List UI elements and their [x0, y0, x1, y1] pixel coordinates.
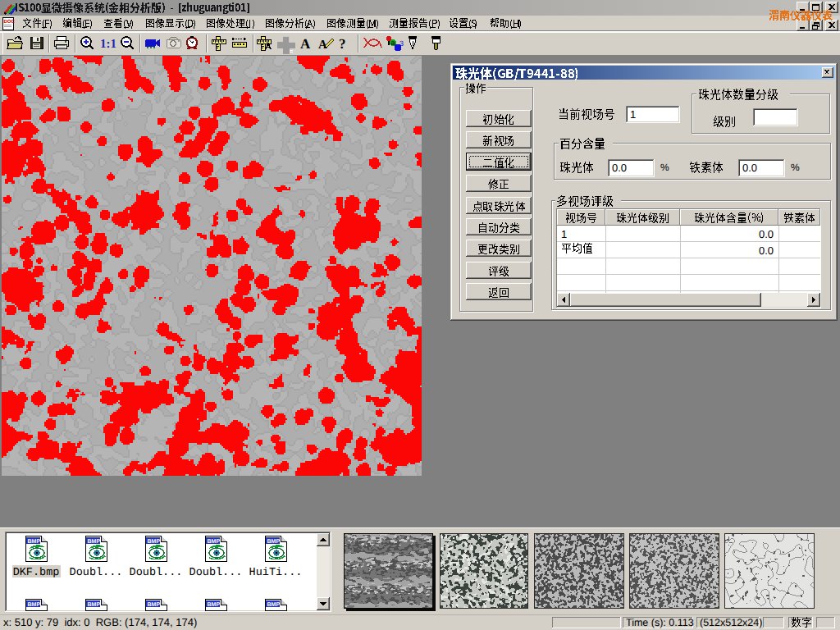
svg-text:BMP: BMP	[28, 539, 41, 545]
svg-text:0.0: 0.0	[612, 162, 627, 174]
svg-text:(512x512x24): (512x512x24)	[700, 617, 762, 628]
svg-text:BMP: BMP	[28, 602, 41, 608]
svg-text:Doubl...: Doubl...	[70, 567, 123, 579]
svg-text:HuiTi...: HuiTi...	[249, 567, 303, 579]
svg-text:3: 3	[399, 39, 404, 48]
svg-text:0.0: 0.0	[759, 244, 774, 257]
svg-text:Time (s): 0.113: Time (s): 0.113	[626, 617, 694, 628]
svg-text:?: ?	[339, 36, 346, 52]
svg-text:Doubl...: Doubl...	[130, 567, 183, 579]
svg-text:BMP: BMP	[208, 602, 221, 608]
svg-text:a: a	[391, 39, 395, 47]
svg-text:0.0: 0.0	[759, 228, 774, 240]
svg-text:1: 1	[630, 108, 636, 121]
svg-text:BMP: BMP	[267, 602, 281, 608]
svg-text:BMP: BMP	[88, 539, 101, 545]
svg-text:DOC: DOC	[4, 19, 16, 25]
svg-text:%: %	[660, 162, 669, 173]
svg-text:x: 510 y: 79 idx: 0 RGB: (17: x: 510 y: 79 idx: 0 RGB: (174, 174, 174)	[3, 616, 197, 628]
svg-text:BMP: BMP	[208, 539, 221, 545]
svg-text:BMP: BMP	[148, 602, 161, 608]
svg-text:1: 1	[561, 228, 567, 240]
svg-text:BMP: BMP	[148, 539, 161, 545]
svg-text:BMP: BMP	[88, 602, 101, 608]
svg-text:0.0: 0.0	[742, 162, 757, 174]
svg-text:%: %	[791, 162, 800, 173]
svg-text:BMP: BMP	[267, 539, 281, 545]
svg-text:Doubl...: Doubl...	[189, 567, 243, 579]
svg-text:DKF.bmp: DKF.bmp	[13, 567, 60, 579]
svg-text:A: A	[300, 36, 311, 52]
svg-text:1:1: 1:1	[100, 38, 116, 51]
